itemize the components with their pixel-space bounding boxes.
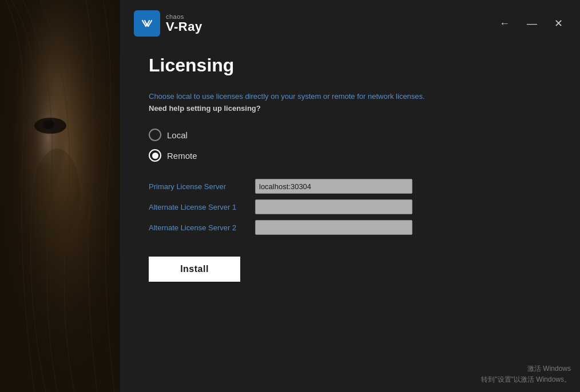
- install-button[interactable]: Install: [149, 257, 240, 282]
- primary-server-input[interactable]: [255, 179, 412, 194]
- svg-point-7: [34, 149, 80, 240]
- radio-local-label: Local: [167, 130, 188, 140]
- window-controls: ← — ✕: [496, 16, 566, 31]
- radio-remote-label: Remote: [167, 151, 197, 161]
- radio-local[interactable]: Local: [149, 129, 551, 141]
- radio-remote-dot: [152, 153, 158, 159]
- description-text: Choose local to use licenses directly on…: [149, 92, 551, 101]
- server-fields: Primary License Server Alternate License…: [149, 179, 551, 235]
- vray-label: V-Ray: [166, 20, 202, 34]
- back-button[interactable]: ←: [496, 16, 513, 31]
- primary-server-label: Primary License Server: [149, 182, 246, 191]
- logo-text: chaos V-Ray: [166, 13, 202, 34]
- alternate-server-1-label: Alternate License Server 1: [149, 203, 246, 211]
- page-title: Licensing: [149, 55, 551, 76]
- radio-remote[interactable]: Remote: [149, 149, 551, 162]
- content-area: Licensing Choose local to use licenses d…: [120, 43, 580, 392]
- windows-watermark: 激活 Windows 转到"设置"以激活 Windows。: [481, 363, 571, 385]
- main-panel: chaos V-Ray ← — ✕ Licensing Choose local…: [120, 0, 580, 392]
- radio-remote-circle[interactable]: [149, 149, 161, 162]
- alternate-server-2-input[interactable]: [255, 220, 412, 235]
- logo-area: chaos V-Ray: [134, 10, 202, 37]
- close-button[interactable]: ✕: [551, 16, 566, 31]
- app-logo-icon: [134, 10, 160, 37]
- decorative-portrait: [0, 0, 120, 392]
- alternate-server-1-row: Alternate License Server 1: [149, 199, 551, 214]
- watermark-line1: 激活 Windows: [481, 363, 571, 374]
- radio-local-circle[interactable]: [149, 129, 161, 141]
- watermark-line2: 转到"设置"以激活 Windows。: [481, 374, 571, 385]
- help-link[interactable]: Need help setting up licensing?: [149, 104, 551, 113]
- alternate-server-2-label: Alternate License Server 2: [149, 223, 246, 232]
- minimize-button[interactable]: —: [523, 16, 541, 31]
- alternate-server-1-input[interactable]: [255, 199, 412, 214]
- title-bar: chaos V-Ray ← — ✕: [120, 0, 580, 43]
- svg-point-6: [43, 120, 54, 129]
- primary-server-row: Primary License Server: [149, 179, 551, 194]
- alternate-server-2-row: Alternate License Server 2: [149, 220, 551, 235]
- radio-group: Local Remote: [149, 129, 551, 162]
